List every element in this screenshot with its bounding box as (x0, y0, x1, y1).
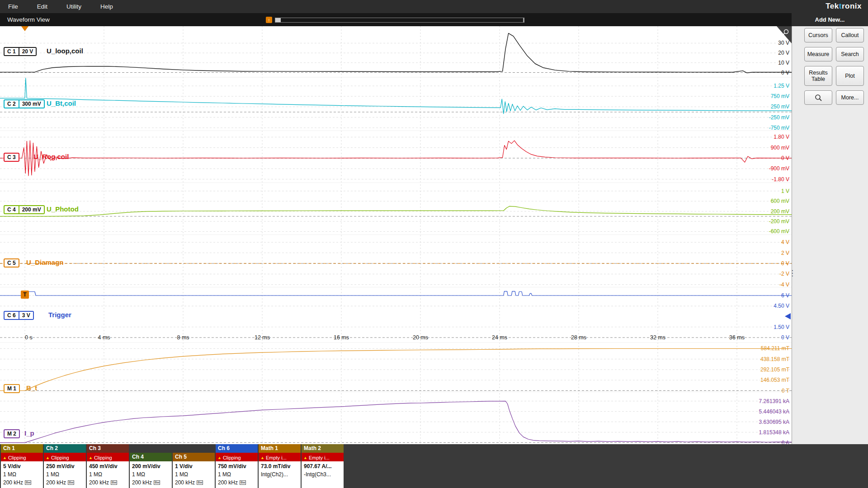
view-tab-bar[interactable]: Waveform View ↕ (0, 13, 792, 26)
search-button[interactable]: Search (836, 47, 864, 61)
math-config-m1[interactable]: Math 1 ▲Empty i... 73.0 mT/div Intg(Ch2)… (259, 444, 301, 488)
svg-text:24 ms: 24 ms (492, 334, 507, 341)
warning-icon: ▲ (217, 455, 222, 460)
warning-icon: ▲ (46, 455, 50, 460)
channel-label-ch1: U_loop,coil (47, 47, 83, 55)
channel-config-values: 250 mV/div 1 MΩ 200 kHzBw (44, 461, 86, 488)
menu-file[interactable]: File (8, 3, 18, 10)
svg-text:4 ms: 4 ms (98, 334, 110, 341)
channel-config-title: Ch 1 (1, 444, 43, 453)
svg-text:250 mV: 250 mV (771, 103, 789, 110)
add-new-header: Add New... (792, 13, 868, 26)
svg-text:1.815348 kA: 1.815348 kA (759, 429, 789, 436)
plot-button[interactable]: Plot (836, 66, 864, 86)
menu-edit[interactable]: Edit (37, 3, 47, 10)
cursors-button[interactable]: Cursors (804, 28, 832, 42)
channel-label-ch4: U_Photod (47, 205, 79, 213)
panel-resize-grip[interactable]: ⋮ (788, 271, 795, 275)
channel-badge-ch5[interactable]: C 5 (4, 258, 19, 267)
svg-text:6 V: 6 V (781, 292, 789, 299)
svg-text:36 ms: 36 ms (729, 334, 745, 341)
magnifier-icon (815, 94, 822, 102)
svg-text:438.158 mT: 438.158 mT (760, 356, 790, 362)
trigger-level-marker[interactable] (785, 313, 791, 319)
add-new-label: Add New... (815, 16, 845, 23)
svg-text:5.446043 kA: 5.446043 kA (759, 408, 789, 415)
svg-text:0 V: 0 V (781, 334, 789, 341)
clipping-warning: ▲Clipping (44, 453, 86, 461)
channel-badge-ch6[interactable]: C 6 3 V (4, 311, 34, 320)
right-sidebar: Cursors Callout Measure Search Results T… (792, 26, 868, 444)
pan-marker-icon[interactable]: ↕ (266, 17, 272, 23)
channel-badge-ch2[interactable]: C 2 300 mV (4, 99, 45, 108)
svg-text:16 ms: 16 ms (334, 334, 349, 341)
zoom-overlay-button[interactable] (804, 90, 832, 105)
more-button[interactable]: More... (836, 90, 864, 105)
svg-text:900 mV: 900 mV (771, 145, 789, 151)
channel-badge-ch1[interactable]: C 1 20 V (4, 47, 37, 56)
math-badge-m2[interactable]: M 2 (4, 429, 20, 438)
horizontal-position-slider[interactable]: ↕ (266, 17, 524, 23)
channel-badge-ch3[interactable]: C 3 (4, 153, 19, 162)
bandwidth-icon: Bw (111, 480, 117, 485)
channel-config-title: Ch 6 (216, 444, 258, 453)
svg-text:584.211 mT: 584.211 mT (761, 345, 790, 352)
channel-config-ch5[interactable]: Ch 5 1 V/div 1 MΩ 200 kHzBw (173, 453, 215, 488)
channel-config-ch4[interactable]: Ch 4 200 mV/div 1 MΩ 200 kHzBw (130, 453, 172, 488)
channel-config-title: Math 1 (259, 444, 301, 453)
svg-text:20 V: 20 V (778, 50, 789, 56)
svg-text:3.630695 kA: 3.630695 kA (759, 419, 789, 425)
svg-text:-4 V: -4 V (779, 282, 789, 288)
empty-warning: ▲Empty i... (259, 453, 301, 461)
channel-config-ch3[interactable]: Ch 3 ▲Clipping 450 mV/div 1 MΩ 200 kHzBw (87, 444, 129, 488)
empty-warning: ▲Empty i... (302, 453, 344, 461)
channel-label-ch6: Trigger (48, 311, 71, 319)
channel-config-ch1[interactable]: Ch 1 ▲Clipping 5 V/div 1 MΩ 200 kHzBw (1, 444, 43, 488)
bandwidth-icon: Bw (154, 480, 160, 485)
trigger-t-badge[interactable]: T (21, 291, 29, 299)
trigger-position-marker[interactable] (21, 26, 28, 31)
clipping-warning: ▲Clipping (1, 453, 43, 461)
svg-text:292.105 mT: 292.105 mT (760, 366, 790, 373)
channel-id-badge: M 2 (4, 429, 20, 438)
svg-text:-900 mV: -900 mV (769, 165, 789, 172)
channel-scale-badge: 200 mV (19, 205, 45, 214)
svg-text:1 V: 1 V (781, 188, 789, 194)
channel-badge-ch4[interactable]: C 4 200 mV (4, 205, 45, 214)
results-table-button[interactable]: Results Table (804, 66, 832, 86)
svg-text:10 V: 10 V (778, 60, 789, 66)
callout-button[interactable]: Callout (836, 28, 864, 42)
clipping-warning: ▲Clipping (87, 453, 129, 461)
svg-text:-2 V: -2 V (779, 271, 789, 277)
bandwidth-icon: Bw (68, 480, 74, 485)
channel-label-ch3: U_Rog,coil (33, 153, 69, 160)
svg-text:0 V: 0 V (781, 260, 789, 267)
svg-text:-200 mV: -200 mV (769, 218, 789, 225)
measure-button[interactable]: Measure (804, 47, 832, 61)
svg-text:20 ms: 20 ms (413, 334, 428, 341)
channel-id-badge: C 3 (4, 153, 19, 162)
channel-config-values: 200 mV/div 1 MΩ 200 kHzBw (130, 461, 172, 488)
channel-id-badge: C 2 (4, 99, 19, 108)
menu-utility[interactable]: Utility (66, 3, 81, 10)
svg-text:1.50 V: 1.50 V (774, 324, 789, 330)
zoom-region-bar[interactable] (275, 18, 524, 23)
warning-icon: ▲ (89, 455, 93, 460)
channel-id-badge: C 1 (4, 47, 19, 56)
channel-config-title: Ch 4 (130, 453, 172, 461)
channel-config-title: Ch 5 (173, 453, 215, 461)
svg-text:32 ms: 32 ms (650, 334, 665, 341)
channel-label-ch2: U_Bt,coil (47, 99, 76, 107)
math-config-m2[interactable]: Math 2 ▲Empty i... 907.67 A/... -Intg(Ch… (302, 444, 344, 488)
channel-config-ch6[interactable]: Ch 6 ▲Clipping 750 mV/div 1 MΩ 200 kHzBw (216, 444, 258, 488)
menu-help[interactable]: Help (100, 3, 113, 10)
zoom-region-indicator[interactable] (275, 18, 281, 22)
channel-config-ch2[interactable]: Ch 2 ▲Clipping 250 mV/div 1 MΩ 200 kHzBw (44, 444, 86, 488)
svg-text:8 ms: 8 ms (177, 334, 189, 341)
channel-config-title: Math 2 (302, 444, 344, 453)
svg-text:0 V: 0 V (781, 155, 789, 161)
channel-scale-badge: 3 V (19, 311, 34, 320)
math-badge-m1[interactable]: M 1 (4, 384, 20, 393)
waveform-canvas[interactable]: 30 V20 V10 V0 V1.25 V750 mV250 mV-250 mV… (0, 0, 792, 444)
channel-config-values: 5 V/div 1 MΩ 200 kHzBw (1, 461, 43, 488)
